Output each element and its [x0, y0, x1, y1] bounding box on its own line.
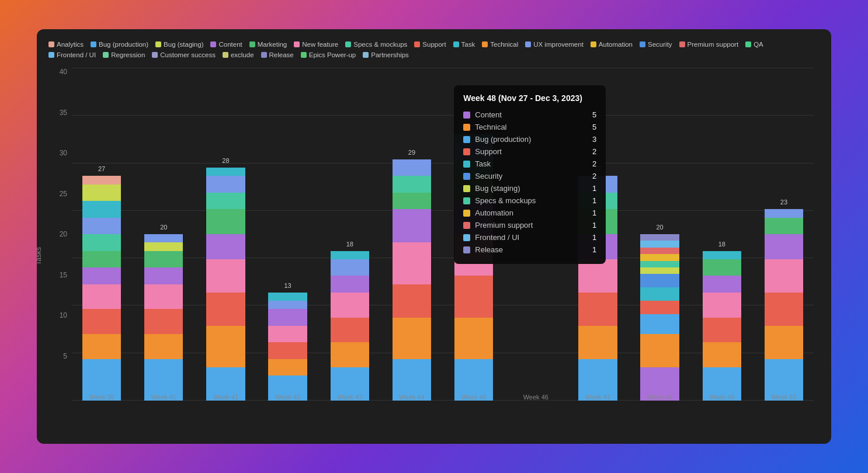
- legend-item: Epics Power-up: [301, 51, 356, 58]
- legend-label: Analytics: [57, 41, 84, 48]
- legend-item: Content: [210, 41, 242, 48]
- bar-stack: 27: [578, 176, 617, 401]
- legend-color: [261, 52, 267, 58]
- bar-segment: [82, 267, 121, 284]
- legend-color: [301, 52, 307, 58]
- chart-legend: AnalyticsBug (production)Bug (staging)Co…: [48, 41, 814, 58]
- bar-stack: 18: [331, 251, 369, 401]
- bar-stack: 29: [393, 159, 431, 401]
- legend-item: Bug (production): [91, 41, 148, 48]
- bar-total-label: 20: [657, 224, 664, 231]
- bar-stack: 20: [640, 234, 679, 401]
- bar-segment: [82, 309, 121, 334]
- legend-color: [294, 41, 300, 47]
- bar-segment: [206, 326, 245, 367]
- bar-segment: [640, 254, 679, 260]
- y-tick-30: 30: [60, 149, 67, 157]
- legend-item: Specs & mockups: [345, 41, 407, 48]
- legend-item: Marketing: [249, 41, 287, 48]
- legend-label: exclude: [231, 51, 254, 58]
- bar-group[interactable]: 32Week 45: [444, 68, 504, 401]
- bar-segment: [765, 234, 803, 259]
- legend-label: Technical: [490, 41, 518, 48]
- bar-total-label: 13: [284, 282, 291, 289]
- bar-segment: [268, 293, 307, 301]
- bar-segment: [640, 248, 679, 254]
- bar-group[interactable]: 27Week 47: [568, 68, 627, 401]
- legend-color: [48, 41, 54, 47]
- legend-item: Partnerships: [363, 51, 409, 58]
- bar-segment: [206, 209, 245, 234]
- bar-stack: 32: [454, 134, 493, 401]
- bar-segment: [703, 293, 741, 318]
- bar-segment: [454, 159, 493, 176]
- bar-segment: [454, 201, 493, 234]
- bar-group[interactable]: 20Week 48: [630, 68, 690, 401]
- legend-label: Frontend / UI: [57, 51, 96, 58]
- bar-group[interactable]: 27Week 39: [72, 68, 131, 401]
- bar-group[interactable]: 18Week 49: [692, 68, 752, 401]
- legend-item: Regression: [103, 51, 145, 58]
- bar-segment: [144, 309, 183, 334]
- bar-segment: [393, 176, 431, 193]
- bar-segment: [82, 185, 121, 201]
- x-axis-label: Week 42: [275, 394, 300, 401]
- bar-group[interactable]: Week 46: [506, 68, 565, 401]
- bar-segment: [703, 342, 741, 367]
- legend-color: [48, 52, 54, 58]
- legend-item: Security: [640, 41, 672, 48]
- bar-segment: [703, 318, 741, 343]
- bar-segment: [703, 251, 741, 259]
- y-tick-5: 5: [63, 352, 67, 360]
- legend-color: [414, 41, 420, 47]
- bar-segment: [206, 176, 245, 193]
- bar-segment: [82, 201, 121, 218]
- legend-color: [210, 41, 216, 47]
- bar-segment: [393, 284, 431, 318]
- bar-segment: [331, 251, 369, 259]
- bar-group[interactable]: 13Week 42: [258, 68, 318, 401]
- legend-label: Epics Power-up: [309, 51, 356, 58]
- bar-stack: 28: [206, 168, 245, 401]
- bar-group[interactable]: 28Week 41: [196, 68, 255, 401]
- bar-segment: [268, 301, 307, 309]
- bar-segment: [454, 134, 493, 142]
- bar-segment: [82, 251, 121, 268]
- bar-segment: [82, 334, 121, 359]
- bar-segment: [268, 309, 307, 326]
- bar-segment: [578, 176, 617, 193]
- legend-label: Premium support: [688, 41, 739, 48]
- legend-item: Frontend / UI: [48, 51, 96, 58]
- legend-item: Bug (staging): [155, 41, 203, 48]
- bar-group[interactable]: 29Week 44: [382, 68, 442, 401]
- x-axis-label: Week 48: [647, 394, 672, 401]
- bar-segment: [640, 234, 679, 241]
- bar-group[interactable]: 18Week 43: [320, 68, 380, 401]
- legend-label: Specs & mockups: [353, 41, 407, 48]
- bar-group[interactable]: 23Week 50: [754, 68, 814, 401]
- bar-total-label: 18: [346, 241, 353, 248]
- bar-segment: [640, 287, 679, 301]
- bar-segment: [765, 218, 803, 235]
- legend-color: [679, 41, 685, 47]
- legend-color: [591, 41, 596, 47]
- legend-color: [152, 52, 158, 58]
- legend-label: Customer success: [160, 51, 216, 58]
- legend-color: [91, 41, 96, 47]
- bar-segment: [393, 318, 431, 359]
- legend-label: UX improvement: [533, 41, 584, 48]
- legend-label: New feature: [302, 41, 338, 48]
- y-tick-20: 20: [60, 230, 67, 238]
- bar-group[interactable]: 20Week 40: [134, 68, 193, 401]
- legend-item: QA: [745, 41, 763, 48]
- bar-segment: [331, 259, 369, 276]
- bar-segment: [331, 276, 369, 293]
- bar-total-label: 32: [470, 124, 477, 131]
- bar-segment: [206, 234, 245, 259]
- bar-stack: 18: [703, 251, 741, 401]
- bar-segment: [640, 301, 679, 314]
- bar-segment: [578, 259, 617, 293]
- legend-color: [345, 41, 351, 47]
- legend-label: Support: [422, 41, 446, 48]
- bar-segment: [82, 284, 121, 309]
